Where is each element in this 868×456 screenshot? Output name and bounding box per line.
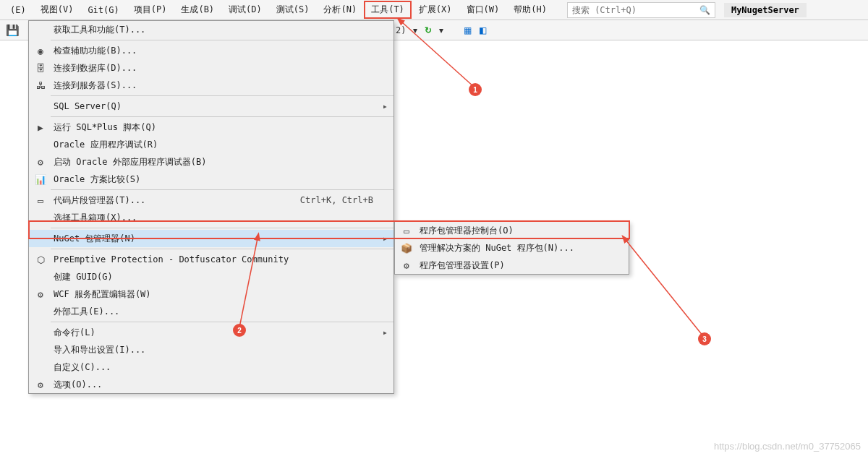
gear-icon: ⚙ (398, 260, 415, 271)
menu-item[interactable]: 🖧连接到服务器(S)... (29, 77, 393, 94)
menu-separator (51, 116, 393, 117)
menu-item-label: 创建 GUID(G) (49, 271, 373, 283)
menu-extensions[interactable]: 扩展(X) (412, 1, 459, 19)
watermark: https://blog.csdn.net/m0_37752065 (714, 441, 861, 452)
menu-help[interactable]: 帮助(H) (506, 1, 554, 19)
menu-item-label: 命令行(L) (49, 327, 373, 339)
submenu-item[interactable]: ⚙程序包管理器设置(P) (395, 257, 629, 274)
menu-item-label: SQL Server(Q) (49, 101, 373, 111)
menu-item-label: 检查辅助功能(B)... (49, 45, 373, 57)
menu-item[interactable]: 外部工具(E)... (29, 303, 393, 320)
menu-test[interactable]: 测试(S) (269, 1, 317, 19)
search-input[interactable] (572, 5, 699, 15)
launch-icon: ⚙ (32, 157, 49, 168)
menu-view[interactable]: 视图(V) (33, 1, 81, 19)
tools-dropdown: 获取工具和功能(T)...◉检查辅助功能(B)...🗄连接到数据库(D)...🖧… (28, 20, 394, 394)
menu-item[interactable]: ▭代码片段管理器(T)...Ctrl+K, Ctrl+B (29, 192, 393, 209)
menu-separator (51, 189, 393, 190)
svg-line-2 (626, 240, 703, 336)
menu-item[interactable]: Oracle 应用程序调试(R) (29, 136, 393, 153)
submenu-item-label: 程序包管理器设置(P) (415, 259, 623, 272)
menu-item-label: PreEmptive Protection - Dotfuscator Comm… (49, 254, 373, 264)
menu-item-label: 导入和导出设置(I)... (49, 344, 373, 356)
menu-item-label: Oracle 方案比较(S) (49, 173, 373, 186)
menu-project[interactable]: 项目(P) (127, 1, 174, 19)
accessibility-icon: ◉ (32, 46, 49, 56)
menu-item[interactable]: 创建 GUID(G) (29, 268, 393, 285)
play-icon: ▶ (32, 122, 49, 133)
menu-item[interactable]: ▶运行 SQL*Plus 脚本(Q) (29, 119, 393, 136)
snippet-icon: ▭ (32, 195, 49, 206)
menu-item[interactable]: 📊Oracle 方案比较(S) (29, 171, 393, 188)
wcf-icon: ⚙ (32, 289, 49, 300)
menu-separator (51, 95, 393, 96)
menu-item[interactable]: ⚙启动 Oracle 外部应用程序调试器(B) (29, 153, 393, 171)
annotation-badge-2: 2 (233, 324, 246, 337)
menu-item[interactable]: NuGet 包管理器(N)▸ (29, 230, 393, 247)
submenu-item[interactable]: 📦管理解决方案的 NuGet 程序包(N)... (395, 239, 629, 257)
menu-item-label: Oracle 应用程序调试(R) (49, 139, 373, 151)
search-box[interactable]: 🔍 (567, 2, 715, 18)
server-connect-icon: 🖧 (32, 80, 49, 91)
menu-item-label: 运行 SQL*Plus 脚本(Q) (49, 121, 373, 134)
menu-item-label: 外部工具(E)... (49, 306, 373, 318)
nuget-submenu: ▭程序包管理器控制台(O)📦管理解决方案的 NuGet 程序包(N)...⚙程序… (394, 221, 629, 275)
menu-item-label: 连接到数据库(D)... (49, 62, 373, 74)
gear-icon: ⚙ (32, 379, 49, 390)
menu-edit[interactable]: (E) (3, 2, 33, 18)
search-icon: 🔍 (699, 5, 710, 15)
submenu-item-label: 程序包管理器控制台(O) (415, 225, 623, 237)
menu-build[interactable]: 生成(B) (174, 1, 221, 19)
toolbar-icon-2[interactable]: ◧ (479, 25, 487, 35)
menu-item[interactable]: 命令行(L)▸ (29, 324, 393, 341)
menu-analyze[interactable]: 分析(N) (316, 1, 364, 19)
console-icon: ▭ (398, 225, 415, 236)
menu-item[interactable]: 🗄连接到数据库(D)... (29, 59, 393, 77)
menu-item[interactable]: 自定义(C)... (29, 358, 393, 376)
menu-separator (51, 40, 393, 40)
menu-item-label: 自定义(C)... (49, 361, 373, 374)
annotation-arrow-3 (615, 231, 716, 347)
menu-item-label: 选择工具箱项(X)... (49, 212, 373, 224)
toolbar-icon-1[interactable]: ▦ (464, 25, 472, 35)
toolbar-dropdown-suffix: 2) (396, 25, 406, 35)
chevron-down-icon[interactable]: ▾ (413, 25, 417, 35)
menu-separator (51, 249, 393, 249)
compare-icon: 📊 (32, 174, 49, 185)
menu-tools[interactable]: 工具(T) (364, 1, 412, 19)
chevron-right-icon: ▸ (379, 233, 388, 244)
menu-item[interactable]: ◉检查辅助功能(B)... (29, 42, 393, 59)
menu-item-label: 连接到服务器(S)... (49, 79, 373, 92)
menu-item[interactable]: SQL Server(Q)▸ (29, 98, 393, 115)
menu-item[interactable]: 获取工具和功能(T)... (29, 21, 393, 38)
chevron-right-icon: ▸ (379, 101, 388, 111)
menu-separator (51, 322, 393, 322)
menu-debug[interactable]: 调试(D) (221, 1, 269, 19)
menubar: (E) 视图(V) Git(G) 项目(P) 生成(B) 调试(D) 测试(S)… (0, 0, 868, 20)
save-icon[interactable]: 💾 (6, 24, 20, 37)
shield-icon: ⬡ (32, 254, 49, 265)
menu-item-label: NuGet 包管理器(N) (49, 233, 373, 245)
profile-label[interactable]: MyNugetServer (724, 3, 807, 17)
package-icon: 📦 (398, 243, 415, 254)
menu-separator (51, 228, 393, 228)
menu-item-shortcut: Ctrl+K, Ctrl+B (300, 195, 379, 205)
menu-item[interactable]: ⚙选项(O)... (29, 376, 393, 393)
menu-item[interactable]: 选择工具箱项(X)... (29, 209, 393, 226)
menu-item-label: 获取工具和功能(T)... (49, 24, 373, 36)
db-connect-icon: 🗄 (32, 63, 49, 74)
chevron-right-icon: ▸ (379, 327, 388, 337)
menu-item-label: 启动 Oracle 外部应用程序调试器(B) (49, 156, 373, 168)
menu-item[interactable]: ⬡PreEmptive Protection - Dotfuscator Com… (29, 251, 393, 268)
annotation-badge-3: 3 (698, 332, 711, 345)
submenu-item-label: 管理解决方案的 NuGet 程序包(N)... (415, 242, 623, 254)
menu-git[interactable]: Git(G) (80, 2, 126, 18)
submenu-item[interactable]: ▭程序包管理器控制台(O) (395, 222, 629, 239)
menu-item[interactable]: 导入和导出设置(I)... (29, 341, 393, 358)
menu-window[interactable]: 窗口(W) (459, 1, 507, 19)
refresh-icon[interactable]: ↻ (425, 25, 432, 35)
menu-item[interactable]: ⚙WCF 服务配置编辑器(W) (29, 285, 393, 303)
menu-item-label: 选项(O)... (49, 379, 373, 391)
annotation-badge-1: 1 (469, 83, 482, 96)
menu-item-label: WCF 服务配置编辑器(W) (49, 288, 373, 301)
